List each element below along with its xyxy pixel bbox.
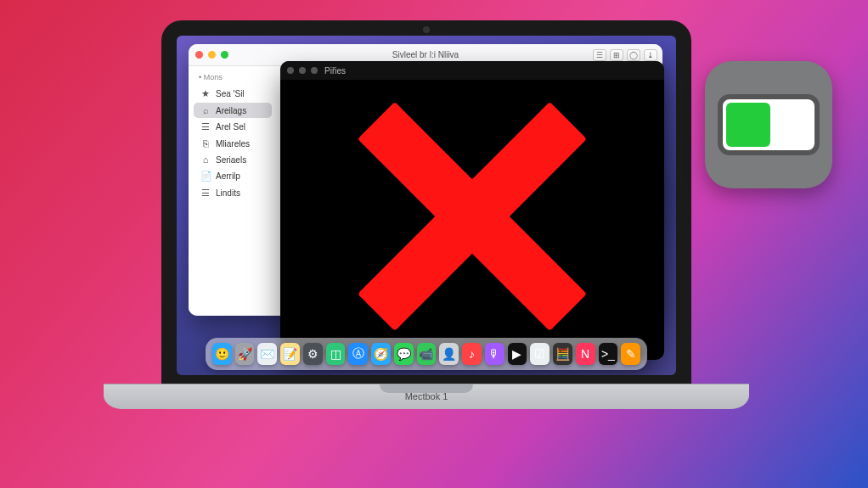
desktop: Sivleel br l:i Nliiva ☰ ⊞ ◯ ⤓ • Mons ★Se…: [177, 36, 676, 375]
blocked-window[interactable]: Piřies: [280, 61, 664, 360]
sidebar-item[interactable]: ☰Arel Sel: [194, 119, 272, 135]
sidebar-item-icon: ★: [200, 88, 211, 99]
sidebar-item-icon: ☰: [200, 121, 211, 132]
reminders-icon[interactable]: ☑: [530, 343, 550, 365]
sidebar-heading: • Mons: [192, 71, 273, 85]
tv-icon[interactable]: ▶: [508, 343, 527, 365]
window-controls[interactable]: [195, 51, 228, 59]
dark-titlebar[interactable]: Piřies: [280, 61, 664, 80]
sidebar-item-label: Seriaels: [216, 155, 246, 165]
close-icon[interactable]: [287, 67, 294, 74]
battery-icon: [718, 94, 820, 155]
sidebar-item-icon: 📄: [200, 171, 211, 182]
sidebar-item[interactable]: ☰Lindits: [194, 185, 272, 201]
sidebar-item[interactable]: ⎘Mliareles: [194, 136, 272, 151]
finder-icon[interactable]: 🙂: [212, 343, 232, 365]
launchpad-icon[interactable]: 🚀: [235, 343, 255, 365]
terminal-icon[interactable]: >_: [599, 343, 618, 365]
close-icon[interactable]: [195, 51, 203, 59]
safari-icon[interactable]: 🧭: [371, 343, 391, 365]
maximize-icon[interactable]: [311, 67, 318, 74]
sidebar-item-icon: ⌂: [200, 154, 211, 165]
facetime-icon[interactable]: 📹: [417, 343, 437, 365]
screen-bezel: Sivleel br l:i Nliiva ☰ ⊞ ◯ ⤓ • Mons ★Se…: [161, 20, 691, 384]
notes-icon[interactable]: 📝: [280, 343, 300, 365]
sidebar-item-label: Mliareles: [216, 139, 250, 149]
news-icon[interactable]: N: [576, 343, 595, 365]
minimize-icon[interactable]: [208, 51, 216, 59]
sidebar-item-label: Sea 'Sil: [216, 89, 245, 98]
toolbar-tag[interactable]: ◯: [627, 49, 640, 61]
error-x-icon: [353, 98, 591, 335]
laptop-frame: Sivleel br l:i Nliiva ☰ ⊞ ◯ ⤓ • Mons ★Se…: [161, 20, 691, 416]
sidebar-item-icon: ☰: [200, 188, 211, 199]
messages-icon[interactable]: 💬: [394, 343, 414, 365]
mail-icon[interactable]: ✉️: [257, 343, 277, 365]
sidebar-item-icon: ⌕: [200, 105, 211, 115]
laptop-label: Mectbok 1: [405, 391, 448, 401]
settings-icon[interactable]: ⚙︎: [303, 343, 323, 365]
toolbar-action[interactable]: ⤓: [644, 49, 657, 61]
calculator-icon[interactable]: 🧮: [553, 343, 572, 365]
pages-icon[interactable]: ✎: [621, 343, 640, 365]
sidebar-item-icon: ⎘: [200, 138, 211, 149]
sidebar-item-label: Arel Sel: [216, 122, 245, 132]
sidebar-item-label: Areilags: [216, 106, 246, 115]
maximize-icon[interactable]: [221, 51, 228, 59]
battery-level: [726, 103, 770, 147]
dark-title: Piřies: [324, 66, 346, 76]
laptop-base: Mectbok 1: [104, 384, 749, 409]
finder-sidebar: • Mons ★Sea 'Sil⌕Areilags☰Arel Sel⎘Mliar…: [189, 66, 277, 316]
minimize-icon[interactable]: [299, 67, 306, 74]
sidebar-item[interactable]: ⌕Areilags: [194, 103, 272, 118]
podcasts-icon[interactable]: 🎙: [485, 343, 504, 365]
toolbar-view-list[interactable]: ☰: [593, 49, 606, 61]
contacts-icon[interactable]: 👤: [439, 343, 459, 365]
window-title: Sivleel br l:i Nliiva: [189, 50, 662, 59]
battery-app-badge: [705, 61, 832, 188]
dock[interactable]: 🙂🚀✉️📝⚙︎◫Ⓐ🧭💬📹👤♪🎙▶☑🧮N>_✎: [206, 338, 647, 370]
sidebar-item-label: Lindits: [216, 188, 240, 198]
sidebar-item-label: Aerrilp: [216, 171, 240, 181]
sidebar-item[interactable]: ⌂Seriaels: [194, 152, 272, 167]
camera-dot: [423, 26, 430, 33]
toolbar-view-grid[interactable]: ⊞: [610, 49, 623, 61]
appstore-icon[interactable]: Ⓐ: [348, 343, 368, 365]
sidebar-item[interactable]: ★Sea 'Sil: [194, 86, 272, 102]
music-icon[interactable]: ♪: [462, 343, 482, 365]
sidebar-item[interactable]: 📄Aerrilp: [194, 168, 272, 184]
widgets-icon[interactable]: ◫: [326, 343, 346, 365]
